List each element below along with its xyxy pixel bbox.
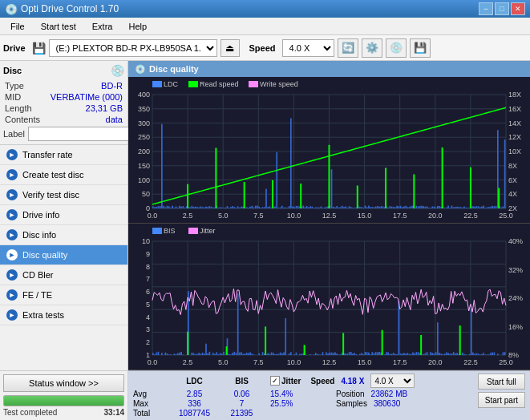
settings-button[interactable]: ⚙️ xyxy=(362,38,382,58)
position-label: Position xyxy=(336,390,365,398)
speed-stat-value: 4.18 X xyxy=(341,377,364,386)
bis-canvas xyxy=(128,224,530,370)
start-part-button[interactable]: Start part xyxy=(478,392,525,408)
maximize-button[interactable]: □ xyxy=(495,2,509,15)
nav-disc-quality[interactable]: ► Disc quality xyxy=(0,245,127,265)
jitter-col-header: Jitter xyxy=(281,377,301,386)
nav-menu: ► Transfer rate ► Create test disc ► Ver… xyxy=(0,145,127,370)
disc-type-row: Type BD-R xyxy=(3,80,124,91)
disc-quality-header: 💿 Disc quality xyxy=(128,61,530,77)
minimize-button[interactable]: − xyxy=(479,2,493,15)
disc-panel-icon: 💿 xyxy=(111,64,124,77)
close-button[interactable]: ✕ xyxy=(511,2,525,15)
menu-extra[interactable]: Extra xyxy=(85,19,120,34)
jitter-checkbox[interactable]: ✓ xyxy=(270,376,280,386)
nav-cd-bler-icon: ► xyxy=(6,269,18,281)
nav-disc-quality-label: Disc quality xyxy=(22,250,67,260)
nav-disc-info[interactable]: ► Disc info xyxy=(0,225,127,245)
status-row: Test completed 33:14 xyxy=(3,408,124,417)
nav-transfer-rate-icon: ► xyxy=(6,149,18,160)
speed-label: Speed xyxy=(249,43,276,53)
disc-contents-value: data xyxy=(106,115,123,124)
menu-start-test[interactable]: Start test xyxy=(34,19,83,34)
title-bar: 💿 Opti Drive Control 1.70 − □ ✕ xyxy=(0,0,530,18)
ldc-max: 336 xyxy=(172,399,216,408)
nav-fe-te-label: FE / TE xyxy=(22,290,52,300)
nav-fe-te[interactable]: ► FE / TE xyxy=(0,285,127,305)
disc-label-label: Label xyxy=(3,129,25,139)
menu-file[interactable]: File xyxy=(3,19,32,34)
disc-quality-icon: 💿 xyxy=(135,64,146,75)
disc-type-value: BD-R xyxy=(101,81,123,91)
drive-icon: 💾 xyxy=(32,42,46,55)
avg-label: Avg xyxy=(133,390,169,398)
eject-button[interactable]: ⏏ xyxy=(220,39,240,57)
samples-label: Samples xyxy=(336,399,367,408)
main-layout: Disc 💿 Type BD-R MID VERBATIMe (000) Len… xyxy=(0,61,530,420)
disc-quality-title: Disc quality xyxy=(149,64,199,74)
nav-verify-icon: ► xyxy=(6,189,18,200)
nav-create-icon: ► xyxy=(6,169,18,180)
app-icon: 💿 xyxy=(5,3,18,15)
position-value: 23862 MB xyxy=(371,390,408,398)
nav-disc-quality-icon: ► xyxy=(6,249,18,260)
menu-bar: File Start test Extra Help xyxy=(0,18,530,35)
bis-chart xyxy=(128,224,530,370)
speed-stat-header: Speed xyxy=(310,377,334,386)
disc-info-panel: Disc 💿 Type BD-R MID VERBATIMe (000) Len… xyxy=(0,61,127,145)
speed-select[interactable]: 4.0 X xyxy=(282,39,334,57)
disc-contents-row: Contents data xyxy=(3,114,124,125)
sidebar: Disc 💿 Type BD-R MID VERBATIMe (000) Len… xyxy=(0,61,128,420)
disc-length-row: Length 23,31 GB xyxy=(3,103,124,114)
disc-mid-label: MID xyxy=(5,92,21,102)
nav-cd-bler[interactable]: ► CD Bler xyxy=(0,265,127,285)
status-bar: Test completed 33:14 xyxy=(3,395,124,417)
status-window-button[interactable]: Status window >> xyxy=(3,374,124,392)
stats-table: LDC BIS ✓ Jitter Speed 4.18 X 4.0 X Avg … xyxy=(133,374,465,418)
ldc-chart xyxy=(128,77,530,224)
progress-bar xyxy=(3,395,124,406)
bis-total: 21395 xyxy=(220,409,264,418)
refresh-button[interactable]: 🔄 xyxy=(338,38,358,58)
disc-length-value: 23,31 GB xyxy=(86,103,123,113)
total-label: Total xyxy=(133,409,169,418)
max-label: Max xyxy=(133,399,169,408)
speed-stat-select[interactable]: 4.0 X xyxy=(370,374,415,388)
nav-verify-label: Verify test disc xyxy=(22,190,79,200)
ldc-canvas xyxy=(128,77,530,223)
action-buttons: Start full Start part xyxy=(478,374,525,408)
nav-cd-bler-label: CD Bler xyxy=(22,270,54,280)
menu-help[interactable]: Help xyxy=(121,19,154,34)
status-time: 33:14 xyxy=(103,408,124,417)
disc-mid-value: VERBATIMe (000) xyxy=(51,92,123,102)
nav-create-test-disc[interactable]: ► Create test disc xyxy=(0,165,127,185)
stats-bar: LDC BIS ✓ Jitter Speed 4.18 X 4.0 X Avg … xyxy=(128,370,530,420)
disc-label-input[interactable] xyxy=(28,127,135,141)
disc-mid-row: MID VERBATIMe (000) xyxy=(3,91,124,103)
title-bar-title: 💿 Opti Drive Control 1.70 xyxy=(5,3,119,15)
ldc-col-header: LDC xyxy=(172,377,216,386)
nav-disc-info-label: Disc info xyxy=(22,230,56,240)
nav-drive-info[interactable]: ► Drive info xyxy=(0,205,127,225)
disc-title: Disc xyxy=(3,66,22,75)
nav-extra-tests[interactable]: ► Extra tests xyxy=(0,305,127,325)
nav-fe-te-icon: ► xyxy=(6,289,18,301)
nav-extra-tests-label: Extra tests xyxy=(22,310,64,320)
nav-transfer-rate[interactable]: ► Transfer rate xyxy=(0,145,127,165)
bis-col-header: BIS xyxy=(220,377,264,386)
start-full-button[interactable]: Start full xyxy=(478,374,525,390)
disc-label-row: Label ✏️ xyxy=(3,127,124,141)
drive-select[interactable]: (E:) PLEXTOR BD-R PX-LB950SA 1.06 xyxy=(49,39,217,57)
nav-extra-tests-icon: ► xyxy=(6,309,18,321)
save-button[interactable]: 💾 xyxy=(410,38,431,58)
ldc-avg: 2.85 xyxy=(172,390,216,398)
app-title: Opti Drive Control 1.70 xyxy=(21,3,119,14)
disc-type-label: Type xyxy=(5,81,24,91)
nav-verify-test-disc[interactable]: ► Verify test disc xyxy=(0,185,127,205)
disc-panel-header: Disc 💿 xyxy=(3,64,124,77)
bis-avg: 0.06 xyxy=(220,390,264,398)
nav-disc-info-icon: ► xyxy=(6,229,18,240)
status-window-label: Status window >> xyxy=(29,378,99,388)
status-text: Test completed xyxy=(3,408,57,417)
disc-button[interactable]: 💿 xyxy=(386,38,407,58)
